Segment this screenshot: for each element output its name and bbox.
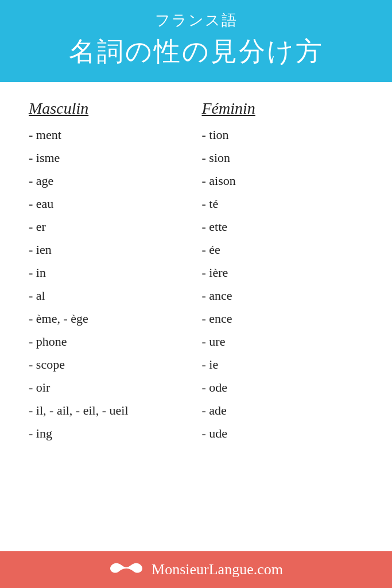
list-item: - eau [23,192,196,215]
list-item: - phone [23,330,196,353]
list-item: - ade [196,399,370,422]
columns-body: - ment- isme- age- eau- er- ien- in- al-… [23,123,369,540]
list-item: - ing [23,422,196,445]
list-item: - oir [23,376,196,399]
list-item: - ance [196,284,370,307]
list-item: - er [23,215,196,238]
list-item: - ée [196,238,370,261]
list-item: - ette [196,215,370,238]
list-item: - ure [196,330,370,353]
header: フランス語 名詞の性の見分け方 [0,0,392,82]
list-item: - ment [23,123,196,146]
list-item: - isme [23,146,196,169]
list-item: - scope [23,353,196,376]
list-item: - ème, - ège [23,307,196,330]
list-item: - ière [196,261,370,284]
header-subtitle: フランス語 [11,10,381,30]
list-item: - in [23,261,196,284]
footer-brand: MonsieurLangue.com [152,561,283,578]
list-item: - ien [23,238,196,261]
content: Masculin Féminin - ment- isme- age- eau-… [0,82,392,551]
list-item: - ude [196,422,370,445]
masculin-column: - ment- isme- age- eau- er- ien- in- al-… [23,123,196,540]
list-item: - tion [196,123,370,146]
list-item: - ode [196,376,370,399]
list-item: - ie [196,353,370,376]
feminin-header: Féminin [196,99,370,118]
list-item: - sion [196,146,370,169]
columns-header: Masculin Féminin [23,99,369,118]
list-item: - age [23,169,196,192]
list-item: - aison [196,169,370,192]
feminin-column: - tion- sion- aison- té- ette- ée- ière-… [196,123,370,540]
list-item: - il, - ail, - eil, - ueil [23,399,196,422]
mustache-icon [109,559,143,580]
header-title: 名詞の性の見分け方 [11,34,381,69]
list-item: - al [23,284,196,307]
list-item: - té [196,192,370,215]
list-item: - ence [196,307,370,330]
masculin-header: Masculin [23,99,196,118]
footer: MonsieurLangue.com [0,551,392,588]
